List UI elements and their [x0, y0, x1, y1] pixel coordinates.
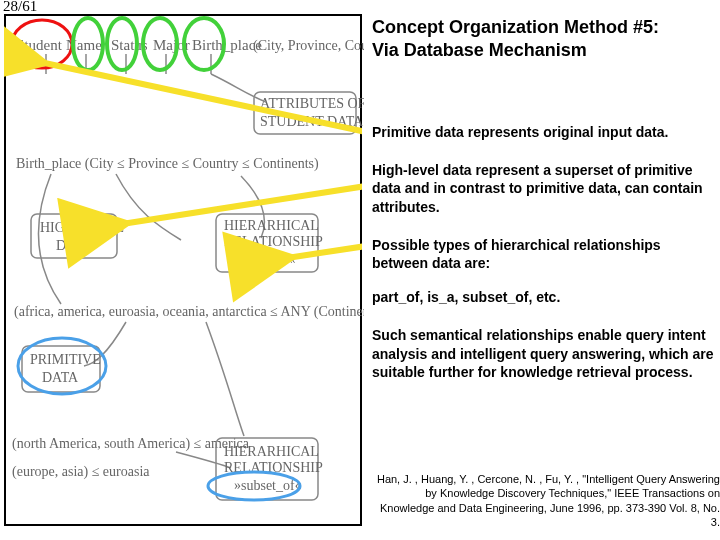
green-oval-3 — [143, 18, 177, 70]
text-column: Concept Organization Method #5: Via Data… — [372, 16, 718, 401]
title-line1: Concept Organization Method #5: — [372, 17, 659, 37]
yellow-arrow-1 — [40, 62, 362, 132]
annotation-overlay — [4, 14, 362, 526]
para-types-list: part_of, is_a, subset_of, etc. — [372, 288, 718, 306]
blue-oval-primitive — [18, 338, 106, 394]
yellow-arrow-2 — [122, 186, 362, 224]
para-highlevel: High-level data represent a superset of … — [372, 161, 718, 216]
para-types-intro: Possible types of hierarchical relations… — [372, 236, 718, 272]
green-oval-4 — [184, 18, 224, 70]
yellow-arrow-3 — [287, 246, 362, 258]
green-oval-1 — [73, 18, 103, 70]
slide-number: 28/61 — [3, 0, 37, 15]
para-primitive: Primitive data represents original input… — [372, 123, 718, 141]
blue-oval-subset — [208, 472, 300, 500]
para-semantic: Such semantical relationships enable que… — [372, 326, 718, 381]
green-oval-2 — [107, 18, 137, 70]
citation: Han, J. , Huang, Y. , Cercone, N. , Fu, … — [370, 472, 720, 529]
title-line2: Via Database Mechanism — [372, 40, 587, 60]
slide-title: Concept Organization Method #5: Via Data… — [372, 16, 718, 61]
